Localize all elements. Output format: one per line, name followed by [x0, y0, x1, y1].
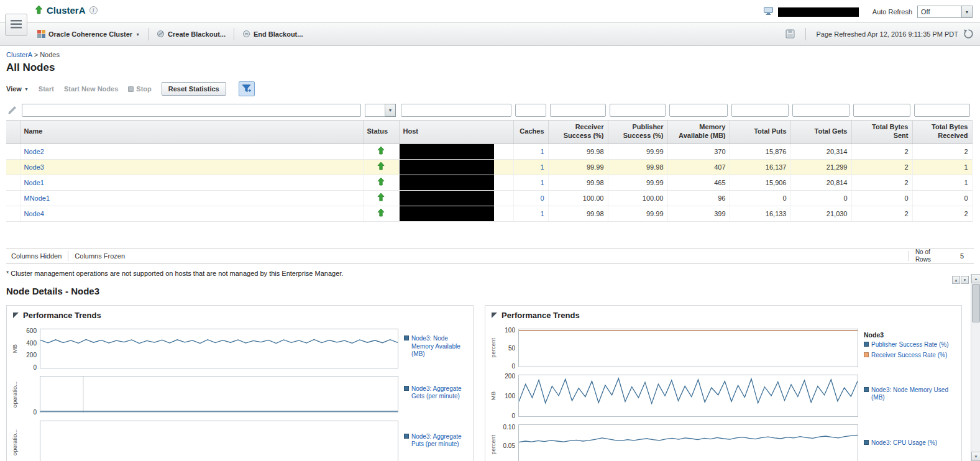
create-blackout-button[interactable]: Create Blackout...: [154, 30, 228, 39]
column-header-caches[interactable]: Caches: [513, 120, 548, 144]
breadcrumb-cluster-link[interactable]: ClusterA: [6, 51, 32, 58]
filter-input-total-puts[interactable]: [731, 104, 789, 117]
filter-input-memory-available[interactable]: [669, 104, 728, 117]
auto-refresh-value[interactable]: Off: [917, 6, 962, 18]
status-cell: [363, 206, 399, 221]
filter-input-name[interactable]: [22, 104, 361, 117]
refresh-icon[interactable]: [963, 29, 974, 40]
filter-status-select[interactable]: ▼: [365, 104, 396, 117]
start-new-nodes-button[interactable]: Start New Nodes: [64, 85, 118, 93]
legend-label[interactable]: Receiver Success Rate (%): [871, 352, 947, 360]
caches-link[interactable]: 0: [540, 194, 544, 202]
column-header-total-puts[interactable]: Total Puts: [730, 120, 790, 144]
cluster-menu[interactable]: Oracle Coherence Cluster ▼: [35, 30, 142, 39]
columns-frozen-label[interactable]: Columns Frozen: [75, 252, 125, 260]
auto-refresh-select[interactable]: Off ▼: [917, 6, 973, 18]
host-cell: [399, 206, 513, 221]
scroll-down-button[interactable]: ▼: [971, 452, 980, 461]
table-row[interactable]: MNode1 0 100.00 100.00 96 0 0 0 0: [6, 190, 972, 206]
scrollbar-thumb[interactable]: [972, 284, 980, 322]
save-icon[interactable]: [785, 29, 795, 40]
node-link[interactable]: Node3: [24, 163, 44, 171]
legend-label[interactable]: Node3: Node Memory Used (MB): [871, 386, 956, 402]
table-row-highlighted[interactable]: Node3 1 99.99 99.98 407 16,137 21,299 2 …: [6, 159, 972, 175]
column-header-total-bytes-received[interactable]: Total Bytes Received: [912, 120, 972, 144]
toolbar-separator: [805, 28, 806, 40]
host-cell: [399, 190, 513, 206]
toolbar-separator: [148, 28, 149, 40]
filter-input-caches[interactable]: [515, 104, 546, 117]
table-row[interactable]: Node2 1 99.98 99.99 370 15,876 20,314 2 …: [6, 144, 972, 159]
filter-input-publisher-success[interactable]: [610, 104, 666, 117]
legend-label[interactable]: Node3: Aggregate Puts (per minute): [411, 433, 468, 449]
column-header-total-gets[interactable]: Total Gets: [790, 120, 851, 144]
legend-label[interactable]: Node3: Node Memory Available (MB): [411, 335, 468, 358]
node-link[interactable]: MNode1: [24, 194, 50, 202]
columns-hidden-label[interactable]: Columns Hidden: [11, 252, 62, 260]
row-selector-cell[interactable]: [6, 144, 20, 159]
filter-input-total-gets[interactable]: [792, 104, 849, 117]
receiver-success-cell: 99.98: [548, 206, 608, 221]
splitter-expand-button[interactable]: ▼: [961, 276, 969, 284]
scroll-up-button[interactable]: ▲: [971, 274, 980, 283]
node-link[interactable]: Node1: [24, 179, 44, 186]
vertical-scrollbar[interactable]: ▲ ▼: [971, 274, 980, 461]
pencil-icon[interactable]: [8, 108, 17, 116]
table-row[interactable]: Node4 1 99.98 99.99 399 16,133 21,030 2 …: [6, 206, 972, 221]
column-header-receiver-success[interactable]: Receiver Success (%): [548, 120, 608, 144]
legend-swatch: [404, 434, 409, 439]
reset-statistics-button[interactable]: Reset Statistics: [162, 82, 226, 96]
row-selector-cell[interactable]: [6, 159, 20, 175]
column-header-memory-available[interactable]: Memory Available (MB): [667, 120, 730, 144]
breadcrumb-separator: >: [34, 51, 38, 58]
column-header-host[interactable]: Host: [399, 120, 513, 144]
collapse-triangle-icon[interactable]: [492, 313, 497, 318]
total-puts-cell: 0: [730, 190, 790, 206]
auto-refresh-dropdown-button[interactable]: ▼: [962, 6, 973, 18]
filter-input-total-bytes-received[interactable]: [914, 104, 970, 117]
chart-row: percent 0.100.05 Node3: CPU Usage (%): [488, 424, 956, 461]
legend-label[interactable]: Node3: CPU Usage (%): [871, 439, 937, 447]
no-of-rows-value: 5: [960, 252, 964, 260]
redacted-host-value: [400, 175, 494, 190]
sidebar-toggle-button[interactable]: [5, 14, 27, 36]
column-header-status[interactable]: Status: [363, 120, 399, 144]
table-row[interactable]: Node1 1 99.98 99.99 465 15,906 20,814 2 …: [6, 175, 972, 190]
column-header-name[interactable]: Name: [20, 120, 363, 144]
publisher-success-cell: 99.99: [608, 175, 667, 190]
column-header-publisher-success[interactable]: Publisher Success (%): [608, 120, 667, 144]
start-button[interactable]: Start: [39, 85, 54, 93]
end-blackout-label: End Blackout...: [254, 30, 303, 38]
y-axis-ticks: 6004002000: [19, 329, 40, 368]
row-selector-cell[interactable]: [6, 190, 20, 206]
row-selector-cell[interactable]: [6, 206, 20, 221]
publisher-success-cell: 99.98: [608, 159, 667, 175]
caches-link[interactable]: 1: [540, 179, 544, 186]
y-axis-label: percent: [488, 424, 497, 461]
caches-link[interactable]: 1: [540, 148, 544, 155]
total-bytes-sent-cell: 2: [851, 175, 912, 190]
query-by-example-button[interactable]: [239, 81, 255, 96]
caches-link[interactable]: 1: [540, 163, 544, 171]
splitter-collapse-button[interactable]: ▲: [952, 276, 960, 284]
filter-input-receiver-success[interactable]: [550, 104, 606, 117]
node-link[interactable]: Node2: [24, 148, 44, 155]
caches-link[interactable]: 1: [540, 210, 544, 217]
collapse-triangle-icon[interactable]: [13, 313, 19, 318]
y-axis-ticks: 2001000: [497, 375, 518, 417]
legend-label[interactable]: Publisher Success Rate (%): [871, 341, 949, 349]
legend-label[interactable]: Node3: Aggregate Gets (per minute): [411, 385, 468, 401]
info-icon[interactable]: i: [89, 6, 98, 14]
filter-input-host[interactable]: [401, 104, 511, 117]
memory-available-chart: [40, 329, 398, 368]
row-selector-cell[interactable]: [6, 175, 20, 190]
view-menu[interactable]: View▼: [6, 85, 29, 93]
chart-legend: Node3: Node Memory Available (MB): [398, 335, 468, 362]
chart-legend: Node3: Aggregate Gets (per minute): [398, 385, 468, 404]
filter-input-total-bytes-sent[interactable]: [853, 104, 910, 117]
end-blackout-button[interactable]: End Blackout...: [240, 30, 305, 39]
table-header-row: Name Status Host Caches Receiver Success…: [6, 120, 972, 144]
column-header-total-bytes-sent[interactable]: Total Bytes Sent: [851, 120, 912, 144]
stop-button[interactable]: Stop: [128, 85, 151, 93]
node-link[interactable]: Node4: [24, 210, 44, 217]
